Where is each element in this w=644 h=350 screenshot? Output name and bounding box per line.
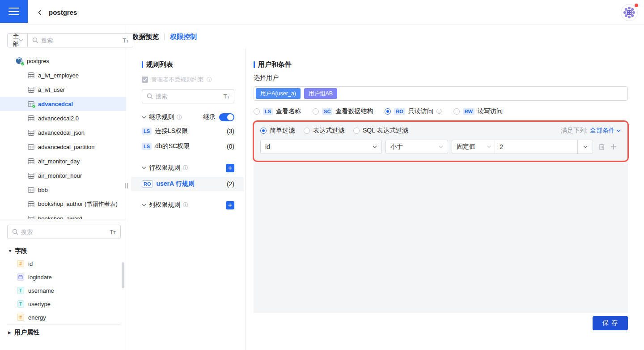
permission-badge: RW xyxy=(463,108,475,115)
chevron-down-icon xyxy=(142,204,146,206)
permission-badge: LS xyxy=(142,143,152,150)
radio-icon xyxy=(353,128,360,134)
value-input[interactable]: 2 xyxy=(495,140,577,154)
tab-bar: 数据预览 权限控制 xyxy=(126,25,644,49)
add-column-rule-button[interactable] xyxy=(226,201,234,209)
filter-mode-simple-selected[interactable]: 简单过滤 xyxy=(260,127,295,135)
permission-option-rw[interactable]: RW 读写访问 xyxy=(453,107,503,115)
field-item[interactable]: # id xyxy=(0,257,126,270)
sidebar-resize-handle[interactable] xyxy=(124,182,129,189)
app-window: postgres 全部 xyxy=(0,0,644,350)
tree-item-table[interactable]: bookshop_award xyxy=(0,211,126,219)
permission-badge: LS xyxy=(142,128,152,135)
info-icon: ⓘ xyxy=(436,109,442,114)
user-condition-title: 用户和条件 xyxy=(254,59,628,70)
flower-logo-icon xyxy=(623,6,636,19)
tree-item-table[interactable]: bbb xyxy=(0,183,126,197)
filter-mode-radio-group: 简单过滤 表达式过滤 SQL 表达式过滤 满足下列: xyxy=(260,127,621,135)
user-group-tag[interactable]: 用户组AB xyxy=(304,88,337,99)
tree-item-table[interactable]: a_ivt_employee xyxy=(0,68,126,82)
field-item[interactable]: logindate xyxy=(0,270,126,284)
field-item[interactable]: T usertype xyxy=(0,297,126,311)
filter-mode-expression[interactable]: 表达式过滤 xyxy=(304,127,344,135)
tree-item-table[interactable]: advancedcal_partition xyxy=(0,140,126,154)
radio-selected-icon xyxy=(385,108,391,115)
table-tree: postgres a_ivt_employee a_ivt_user advan… xyxy=(0,54,126,219)
user-attributes-section-header[interactable]: ▶ 用户属性 xyxy=(7,324,120,340)
field-search-input[interactable] xyxy=(21,229,107,235)
filter-mode-sql[interactable]: SQL 表达式过滤 xyxy=(353,127,408,135)
divider xyxy=(0,219,126,219)
rule-item[interactable]: LS 连接LS权限 (3) xyxy=(142,124,234,139)
tree-item-table-selected[interactable]: advancedcal xyxy=(0,97,126,111)
table-icon xyxy=(28,172,34,179)
match-condition-select[interactable]: 全部条件 xyxy=(590,127,621,135)
permission-option-sc[interactable]: SC 查看数据结构 xyxy=(313,107,373,115)
app-avatar-button[interactable] xyxy=(621,4,638,21)
tree-item-table[interactable]: air_monitor_hour xyxy=(0,168,126,183)
text-case-filter-icon[interactable]: TT xyxy=(224,94,229,99)
chevron-down-icon xyxy=(616,129,621,132)
radio-selected-icon xyxy=(260,128,267,134)
user-select-input[interactable]: 用户A(user_a) 用户组AB xyxy=(254,86,628,101)
condition-field-select[interactable]: id xyxy=(260,140,382,154)
inherit-rules-section[interactable]: 继承规则 ⓘ 继承 xyxy=(142,111,234,124)
field-item[interactable]: T username xyxy=(0,284,126,297)
tab-data-preview[interactable]: 数据预览 xyxy=(132,33,159,41)
permission-badge: SC xyxy=(322,108,332,115)
tree-item-table[interactable]: bookshop_author (书籍作者表) xyxy=(0,197,126,211)
table-icon xyxy=(28,86,34,93)
type-filter-value: 全部 xyxy=(13,32,19,48)
title-accent-bar xyxy=(142,61,143,68)
notification-dot xyxy=(635,4,638,7)
tab-permission-control[interactable]: 权限控制 xyxy=(170,33,197,41)
search-icon xyxy=(147,93,153,99)
condition-value-group: 固定值 2 xyxy=(452,140,593,154)
connected-check-icon xyxy=(32,104,36,108)
back-button[interactable] xyxy=(38,10,42,15)
radio-icon xyxy=(304,128,310,134)
tree-item-table[interactable]: air_monitor_day xyxy=(0,154,126,168)
delete-condition-button[interactable] xyxy=(598,143,605,150)
text-field-icon: T xyxy=(17,287,24,294)
search-icon xyxy=(32,37,38,43)
chevron-down-icon xyxy=(142,116,146,119)
save-button[interactable]: 保 存 xyxy=(593,316,628,330)
info-icon: ⓘ xyxy=(177,115,182,120)
add-condition-button[interactable] xyxy=(610,144,617,150)
field-item[interactable]: # energy xyxy=(0,311,126,324)
fields-scrollbar[interactable] xyxy=(122,262,124,288)
user-tag[interactable]: 用户A(user_a) xyxy=(256,88,301,99)
radio-icon xyxy=(313,108,319,115)
chevron-down-icon xyxy=(19,39,23,42)
tree-item-table[interactable]: a_ivt_user xyxy=(0,82,126,97)
tree-item-table[interactable]: advancedcal2.0 xyxy=(0,111,126,125)
fields-section-header[interactable]: ▼ 字段 xyxy=(0,245,126,257)
table-search-input[interactable] xyxy=(41,37,120,44)
admin-exempt-checkbox-disabled xyxy=(142,77,148,83)
value-dropdown-button[interactable] xyxy=(577,140,593,154)
row-permission-section[interactable]: 行权限规则 ⓘ xyxy=(142,162,234,174)
column-permission-section[interactable]: 列权限规则 ⓘ xyxy=(142,199,234,211)
value-type-select[interactable]: 固定值 xyxy=(452,140,495,154)
rule-item-selected[interactable]: RO userA 行规则 (2) xyxy=(131,177,244,191)
type-filter-select[interactable]: 全部 xyxy=(7,33,28,47)
tree-item-database[interactable]: postgres xyxy=(0,54,126,68)
text-case-filter-icon[interactable]: TT xyxy=(110,229,116,235)
permission-option-ls[interactable]: LS 查看名称 xyxy=(254,107,301,115)
inherit-toggle-on[interactable] xyxy=(219,113,234,121)
text-case-filter-icon[interactable]: TT xyxy=(123,38,128,43)
admin-exempt-row: 管理者不受规则约束 ⓘ xyxy=(142,76,234,84)
tree-item-table[interactable]: advancedcal_json xyxy=(0,125,126,140)
rule-search-input[interactable] xyxy=(156,93,221,100)
chevron-down-icon xyxy=(373,145,377,148)
rule-item[interactable]: LS db的SC权限 (0) xyxy=(142,139,234,154)
info-icon: ⓘ xyxy=(207,77,212,82)
table-icon xyxy=(28,101,34,107)
add-row-rule-button[interactable] xyxy=(226,164,234,172)
permission-option-ro-selected[interactable]: RO 只读访问 ⓘ xyxy=(385,107,442,115)
condition-operator-select[interactable]: 小于 xyxy=(386,140,448,154)
hamburger-menu-button[interactable] xyxy=(0,0,28,23)
condition-zone: 简单过滤 表达式过滤 SQL 表达式过滤 满足下列: xyxy=(254,121,628,313)
field-search-box: TT xyxy=(7,225,121,239)
